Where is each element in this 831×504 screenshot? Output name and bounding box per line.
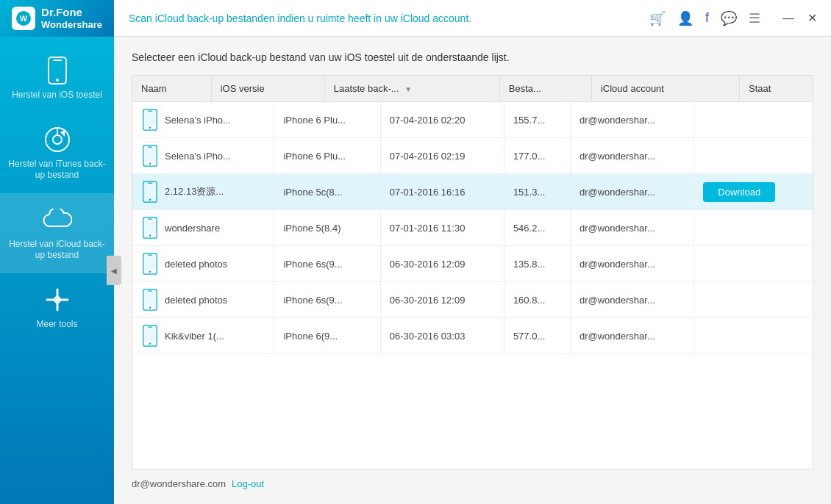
cell-icloud-account: dr@wondershar...	[570, 174, 693, 210]
cell-staat[interactable]: Download	[694, 174, 813, 210]
main-layout: Herstel van iOS toestel Herstel van iTun…	[0, 37, 831, 504]
col-icloud-account: iCloud account	[591, 76, 739, 102]
cell-icloud-account: dr@wondershar...	[570, 102, 693, 138]
backup-table-wrapper: Naam iOS versie Laatste back-... ▼ Besta…	[132, 75, 813, 469]
cell-staat	[694, 138, 813, 174]
cell-icloud-account: dr@wondershar...	[570, 282, 693, 318]
svg-point-26	[149, 235, 151, 237]
cell-laatste-back: 07-04-2016 02:19	[380, 138, 504, 174]
footer: dr@wondershare.com Log-out	[132, 478, 813, 489]
cell-naam: Kik&viber 1(...	[132, 318, 274, 354]
cell-ios-versie: iPhone 6(9...	[274, 318, 380, 354]
svg-rect-35	[145, 292, 156, 306]
facebook-icon[interactable]: f	[705, 10, 709, 26]
logo-area: W Dr.Fone Wondershare	[0, 0, 114, 37]
svg-point-30	[149, 271, 151, 273]
logo-brand: Dr.Fone	[41, 6, 102, 19]
sidebar-item-ios-label: Herstel van iOS toestel	[12, 90, 102, 101]
svg-point-6	[53, 135, 62, 144]
close-button[interactable]: ✕	[802, 8, 822, 29]
svg-rect-21	[148, 183, 153, 184]
cell-naam: 2.12.13资源...	[132, 174, 274, 210]
svg-text:W: W	[20, 14, 28, 23]
cart-icon[interactable]: 🛒	[649, 10, 666, 26]
content-subtitle: Selecteer een iCloud back-up bestand van…	[132, 51, 813, 63]
backup-table: Naam iOS versie Laatste back-... ▼ Besta…	[132, 76, 813, 102]
sidebar-item-icloud-label: Herstel van iCloud back-up bestand	[6, 239, 108, 262]
cell-laatste-back: 07-01-2016 16:16	[380, 174, 504, 210]
profile-icon[interactable]: 👤	[677, 10, 693, 26]
account-email: dr@wondershare.com	[132, 478, 226, 489]
cell-laatste-back: 07-04-2016 02:20	[380, 102, 504, 138]
col-ios-versie: iOS versie	[211, 76, 324, 102]
col-naam: Naam	[132, 76, 211, 102]
svg-marker-8	[60, 130, 65, 137]
logo-icon: W	[12, 7, 35, 30]
cell-bestandsgrootte: 151.3...	[504, 174, 570, 210]
table-row[interactable]: 2.12.13资源... iPhone 5c(8... 07-01-2016 1…	[132, 174, 813, 210]
svg-rect-39	[145, 328, 156, 342]
col-staat: Staat	[740, 76, 813, 102]
cell-icloud-account: dr@wondershar...	[570, 138, 693, 174]
sidebar-collapse-button[interactable]: ◀	[107, 256, 121, 285]
content-area: Selecteer een iCloud back-up bestand van…	[114, 37, 831, 504]
cell-bestandsgrootte: 135.8...	[504, 246, 570, 282]
sidebar-item-tools-label: Meer tools	[36, 319, 77, 331]
phone-icon	[43, 56, 72, 85]
svg-point-22	[149, 199, 151, 201]
backup-table-body: Selena's iPho... iPhone 6 Plu... 07-04-2…	[132, 102, 813, 354]
table-row[interactable]: wondershare iPhone 5(8.4) 07-01-2016 11:…	[132, 210, 813, 246]
cell-staat	[694, 282, 813, 318]
table-row[interactable]: deleted photos iPhone 6s(9... 06-30-2016…	[132, 282, 813, 318]
menu-icon[interactable]: ☰	[749, 10, 760, 26]
cell-staat	[694, 246, 813, 282]
table-row[interactable]: Selena's iPho... iPhone 6 Plu... 07-04-2…	[132, 138, 813, 174]
col-bestandsgrootte: Besta...	[499, 76, 591, 102]
sidebar: Herstel van iOS toestel Herstel van iTun…	[0, 37, 114, 504]
svg-point-14	[149, 127, 151, 129]
minimize-button[interactable]: —	[778, 8, 799, 29]
table-row[interactable]: Selena's iPho... iPhone 6 Plu... 07-04-2…	[132, 102, 813, 138]
sidebar-item-ios-restore[interactable]: Herstel van iOS toestel	[0, 44, 114, 113]
cell-ios-versie: iPhone 6s(9...	[274, 282, 380, 318]
sidebar-item-itunes-restore[interactable]: Herstel van iTunes back-up bestand	[0, 113, 114, 193]
svg-rect-3	[53, 60, 62, 61]
svg-point-4	[56, 79, 59, 82]
titlebar: W Dr.Fone Wondershare Scan iCloud back-u…	[0, 0, 831, 37]
cell-laatste-back: 07-01-2016 11:30	[380, 210, 504, 246]
chat-icon[interactable]: 💬	[721, 10, 737, 26]
cell-staat	[694, 318, 813, 354]
header-message: Scan iCloud back-up bestanden indien u r…	[114, 12, 471, 24]
sidebar-item-more-tools[interactable]: Meer tools	[0, 273, 114, 342]
cell-ios-versie: iPhone 5(8.4)	[274, 210, 380, 246]
svg-rect-23	[145, 184, 156, 198]
logout-link[interactable]: Log-out	[232, 478, 264, 489]
logo-name: Wondershare	[41, 19, 102, 31]
cell-staat	[694, 210, 813, 246]
svg-point-34	[149, 307, 151, 309]
col-laatste-back[interactable]: Laatste back-... ▼	[324, 76, 499, 102]
cell-naam: wondershare	[132, 210, 274, 246]
itunes-icon	[43, 125, 72, 154]
download-button[interactable]: Download	[703, 182, 775, 202]
sidebar-item-icloud-restore[interactable]: Herstel van iCloud back-up bestand	[0, 193, 114, 273]
titlebar-right: 🛒 👤 f 💬 ☰ — ✕	[649, 8, 831, 29]
cell-bestandsgrootte: 546.2...	[504, 210, 570, 246]
table-row[interactable]: deleted photos iPhone 6s(9... 06-30-2016…	[132, 246, 813, 282]
cell-icloud-account: dr@wondershar...	[570, 246, 693, 282]
cloud-icon	[43, 205, 72, 234]
cell-bestandsgrootte: 577.0...	[504, 318, 570, 354]
cell-bestandsgrootte: 177.0...	[504, 138, 570, 174]
cell-naam: deleted photos	[132, 246, 274, 282]
cell-naam: Selena's iPho...	[132, 138, 274, 174]
svg-rect-27	[145, 220, 156, 234]
cell-icloud-account: dr@wondershar...	[570, 210, 693, 246]
svg-rect-17	[148, 147, 153, 148]
cell-ios-versie: iPhone 6 Plu...	[274, 102, 380, 138]
svg-rect-19	[145, 148, 156, 162]
svg-point-38	[149, 343, 151, 345]
table-row[interactable]: Kik&viber 1(... iPhone 6(9... 06-30-2016…	[132, 318, 813, 354]
cell-laatste-back: 06-30-2016 03:03	[380, 318, 504, 354]
table-scroll-area[interactable]: Selena's iPho... iPhone 6 Plu... 07-04-2…	[132, 102, 813, 469]
win-controls: — ✕	[778, 8, 822, 29]
